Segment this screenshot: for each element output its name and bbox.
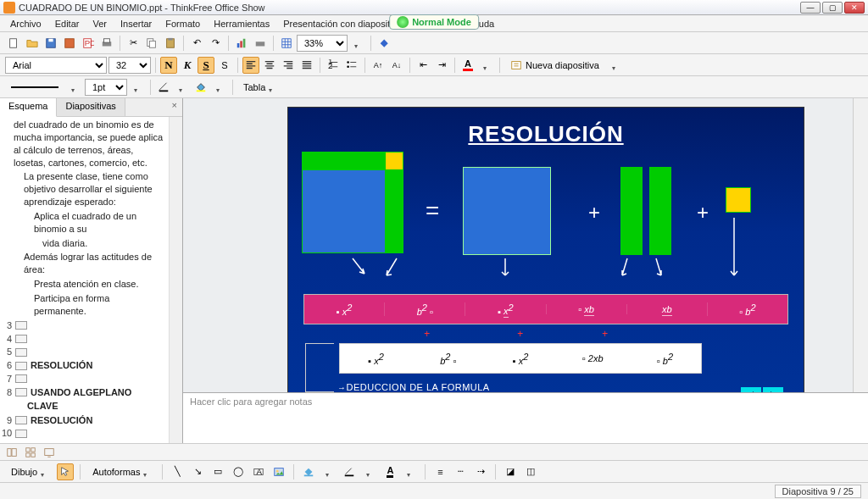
line-color-tool[interactable] xyxy=(341,463,358,480)
notes-pane[interactable]: Hacer clic para agregar notas xyxy=(183,392,868,443)
menu-formato[interactable]: Formato xyxy=(159,17,207,30)
prev-slide-button[interactable] xyxy=(741,387,761,392)
rect-tool[interactable]: ▭ xyxy=(209,463,226,480)
menu-ver[interactable]: Ver xyxy=(86,17,114,30)
new-slide-button[interactable]: Nueva diapositiva xyxy=(504,57,605,74)
copy-button[interactable] xyxy=(143,35,160,52)
zoom-dropdown[interactable] xyxy=(349,35,366,52)
slide-canvas[interactable]: RESOLUCIÓN = + + xyxy=(183,98,853,392)
outline-body[interactable]: del cuadrado de un binomio es de mucha i… xyxy=(0,117,169,443)
oval-tool[interactable]: ◯ xyxy=(230,463,247,480)
slide-row-6[interactable]: 6RESOLUCIÓN xyxy=(2,359,164,372)
open-button[interactable] xyxy=(24,35,41,52)
new-button[interactable] xyxy=(5,35,22,52)
increase-font-button[interactable]: A↑ xyxy=(370,57,387,74)
fill-color-tool[interactable] xyxy=(300,463,317,480)
table-button[interactable]: Tabla xyxy=(237,79,281,96)
threed-tool[interactable]: ◫ xyxy=(522,463,539,480)
slide-row-4[interactable]: 4 xyxy=(2,333,164,346)
outline-text: La presente clase, tiene como objetivo d… xyxy=(24,170,164,208)
align-right-button[interactable] xyxy=(280,57,297,74)
textbox-tool[interactable]: A xyxy=(250,463,267,480)
menu-archivo[interactable]: Archivo xyxy=(3,17,48,30)
save-button[interactable] xyxy=(42,35,59,52)
canvas-scrollbar[interactable] xyxy=(853,98,868,392)
arrow-style-tool[interactable]: ⇢ xyxy=(472,463,489,480)
line-style-button[interactable] xyxy=(5,79,64,96)
print2-button[interactable] xyxy=(252,35,269,52)
minimize-button[interactable]: — xyxy=(800,2,821,14)
font-color-tool[interactable]: A xyxy=(381,463,398,480)
align-center-button[interactable] xyxy=(261,57,278,74)
paste-button[interactable] xyxy=(162,35,179,52)
deduction-bracket xyxy=(305,343,334,392)
slide-row-9[interactable]: 9RESOLUCIÓN xyxy=(2,414,164,427)
normal-view-button[interactable] xyxy=(3,444,20,461)
shadow-button[interactable]: S xyxy=(216,57,233,74)
fill-color-dd[interactable] xyxy=(320,463,337,480)
underline-button[interactable]: S xyxy=(198,57,214,74)
picture-tool[interactable] xyxy=(270,463,287,480)
font-color-dd[interactable] xyxy=(402,463,419,480)
next-slide-button[interactable] xyxy=(763,387,783,392)
line-weight-select[interactable]: 1pt xyxy=(85,79,127,96)
numbered-list-button[interactable]: 12 xyxy=(325,57,342,74)
line-color-dd[interactable] xyxy=(361,463,378,480)
line-color-dropdown[interactable] xyxy=(174,79,191,96)
sorter-view-button[interactable] xyxy=(22,444,39,461)
new-slide-dropdown[interactable] xyxy=(607,57,624,74)
slide-row-10[interactable]: 10 xyxy=(2,427,164,440)
font-select[interactable]: Arial xyxy=(5,57,107,74)
panel-close-button[interactable]: × xyxy=(167,98,182,116)
redo-button[interactable]: ↷ xyxy=(207,35,224,52)
zoom-select[interactable]: 33% xyxy=(297,35,348,52)
dash-style-tool[interactable]: ┄ xyxy=(452,463,469,480)
close-button[interactable]: ✕ xyxy=(844,2,865,14)
cut-button[interactable]: ✂ xyxy=(125,35,142,52)
formula-row-pink: ▪ x2 b2 ▫ ▪ x2 ▫ xb xb ▫ b2 xyxy=(303,294,788,324)
align-left-button[interactable] xyxy=(242,57,259,74)
line-style-dropdown[interactable] xyxy=(66,79,83,96)
undo-button[interactable]: ↶ xyxy=(188,35,205,52)
font-color-dropdown[interactable] xyxy=(478,57,495,74)
increase-indent-button[interactable]: ⇥ xyxy=(433,57,450,74)
tab-slides[interactable]: Diapositivas xyxy=(57,98,125,116)
arrow-tool[interactable]: ↘ xyxy=(189,463,206,480)
line-tool[interactable]: ╲ xyxy=(169,463,186,480)
menu-editar[interactable]: Editar xyxy=(48,17,86,30)
font-color-button[interactable]: A xyxy=(459,57,476,74)
line-weight-dropdown[interactable] xyxy=(129,79,146,96)
tab-outline[interactable]: Esquema xyxy=(0,98,57,117)
align-justify-button[interactable] xyxy=(298,57,315,74)
print-button[interactable] xyxy=(98,35,115,52)
line-weight-tool[interactable]: ≡ xyxy=(431,463,448,480)
saveas-button[interactable] xyxy=(61,35,78,52)
outline-scrollbar[interactable] xyxy=(169,117,182,443)
bullet-list-button[interactable] xyxy=(343,57,360,74)
menu-insertar[interactable]: Insertar xyxy=(114,17,159,30)
shadow-tool[interactable]: ◪ xyxy=(502,463,519,480)
help-button[interactable]: ◆ xyxy=(376,35,392,52)
decrease-font-button[interactable]: A↓ xyxy=(388,57,405,74)
fontsize-select[interactable]: 32 xyxy=(108,57,151,74)
slide-row-8[interactable]: 8USANDO ALGEPLANO xyxy=(2,386,164,399)
slideshow-view-button[interactable] xyxy=(41,444,58,461)
draw-menu-button[interactable]: Dibujo xyxy=(5,463,53,480)
bold-button[interactable]: N xyxy=(160,57,177,74)
fill-color-button[interactable] xyxy=(192,79,209,96)
arrow-icon xyxy=(381,257,415,280)
autoshapes-button[interactable]: Autoformas xyxy=(86,463,156,480)
menu-herramientas[interactable]: Herramientas xyxy=(207,17,276,30)
select-tool-button[interactable] xyxy=(57,463,74,480)
slide-row-3[interactable]: 3 xyxy=(2,319,164,332)
grid-button[interactable] xyxy=(278,35,295,52)
pdf-button[interactable]: PDF xyxy=(80,35,97,52)
fill-color-dropdown[interactable] xyxy=(211,79,228,96)
chart-button[interactable] xyxy=(233,35,250,52)
slide-row-7[interactable]: 7 xyxy=(2,373,164,385)
line-color-button[interactable] xyxy=(155,79,172,96)
maximize-button[interactable]: ▢ xyxy=(822,2,843,14)
slide-row-5[interactable]: 5 xyxy=(2,346,164,358)
decrease-indent-button[interactable]: ⇤ xyxy=(415,57,431,74)
italic-button[interactable]: K xyxy=(179,57,196,74)
